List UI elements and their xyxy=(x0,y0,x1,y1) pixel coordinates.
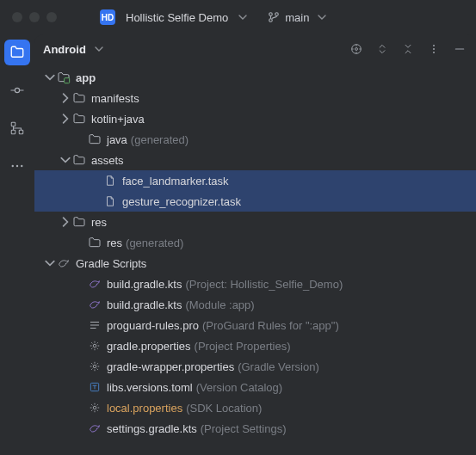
branch-name: main xyxy=(285,11,309,24)
tree-row[interactable]: gradle-wrapper.properties(Gradle Version… xyxy=(34,356,476,377)
svg-point-19 xyxy=(93,406,96,409)
panel-title[interactable]: Android xyxy=(43,43,86,56)
chevron-right-icon[interactable] xyxy=(59,93,72,103)
proguard-icon xyxy=(88,318,102,332)
svg-point-11 xyxy=(355,48,358,51)
chevron-down-icon[interactable] xyxy=(43,258,57,268)
svg-rect-5 xyxy=(11,130,15,134)
folder-icon xyxy=(72,91,86,105)
tree-row[interactable]: res(generated) xyxy=(34,232,476,253)
toml-icon xyxy=(88,380,102,394)
branch-selector[interactable]: main xyxy=(268,11,326,24)
tree-item-label: kotlin+java xyxy=(91,113,145,126)
chevron-down-icon[interactable] xyxy=(238,13,247,22)
structure-tool-button[interactable] xyxy=(4,115,30,141)
gear-icon xyxy=(88,360,102,373)
tree-item-label: face_landmarker.task xyxy=(122,175,229,188)
file-icon xyxy=(103,194,117,208)
traffic-close[interactable] xyxy=(12,12,22,22)
chevron-right-icon[interactable] xyxy=(59,217,72,227)
tree-item-label: settings.gradle.kts xyxy=(107,422,197,435)
chevron-right-icon[interactable] xyxy=(59,114,72,124)
folder-icon xyxy=(72,112,86,126)
chevron-down-icon[interactable] xyxy=(95,45,103,53)
tree-row[interactable]: build.gradle.kts(Module :app) xyxy=(34,294,476,315)
tree-item-label: res xyxy=(107,237,122,249)
tree-item-label: java xyxy=(107,133,127,146)
project-name[interactable]: Hollistic Selfie Demo xyxy=(126,11,228,24)
project-tree[interactable]: appmanifestskotlin+javajava(generated)as… xyxy=(34,64,476,455)
traffic-minimize[interactable] xyxy=(29,12,40,22)
tree-row[interactable]: app xyxy=(34,67,476,88)
tree-item-hint: (generated) xyxy=(126,237,183,249)
tree-row[interactable]: Gradle Scripts xyxy=(34,253,476,274)
svg-rect-6 xyxy=(19,130,23,134)
tree-item-hint: (Project Settings) xyxy=(201,422,287,435)
tree-item-label: Gradle Scripts xyxy=(76,257,146,270)
project-tool-button[interactable] xyxy=(4,40,30,65)
svg-point-1 xyxy=(269,19,273,22)
chevron-down-icon[interactable] xyxy=(59,155,72,165)
expand-all-icon[interactable] xyxy=(374,41,390,57)
main-shell: Android xyxy=(0,34,476,455)
more-tool-button[interactable] xyxy=(4,153,30,179)
module-icon xyxy=(57,71,71,84)
traffic-zoom[interactable] xyxy=(46,12,57,22)
tree-row[interactable]: gradle.properties(Project Properties) xyxy=(34,335,476,356)
select-opened-file-icon[interactable] xyxy=(349,41,364,57)
tree-item-hint: (Gradle Version) xyxy=(238,360,319,373)
commit-tool-button[interactable] xyxy=(4,77,30,103)
tree-row[interactable]: assets xyxy=(34,150,476,170)
tree-row[interactable]: java(generated) xyxy=(34,129,476,150)
panel-options-icon[interactable] xyxy=(426,41,442,57)
chevron-down-icon[interactable] xyxy=(43,72,57,83)
tree-row[interactable]: gesture_recognizer.task xyxy=(34,191,476,212)
tree-row[interactable]: kotlin+java xyxy=(34,108,476,129)
branch-icon xyxy=(268,11,280,23)
folder-icon xyxy=(72,153,86,167)
collapse-all-icon[interactable] xyxy=(400,41,416,57)
tree-item-hint: (Module :app) xyxy=(185,298,254,311)
svg-point-8 xyxy=(16,165,18,167)
folder-gen-icon xyxy=(88,132,102,146)
kts-icon xyxy=(88,277,102,291)
tree-item-label: res xyxy=(91,216,107,229)
svg-rect-15 xyxy=(65,78,70,83)
kts-icon xyxy=(88,298,102,311)
hide-panel-icon[interactable] xyxy=(452,41,467,57)
tree-row[interactable]: proguard-rules.pro(ProGuard Rules for ":… xyxy=(34,315,476,335)
panel-header: Android xyxy=(34,34,476,64)
chevron-down-icon xyxy=(318,13,326,22)
kts-icon xyxy=(88,421,102,435)
tree-item-label: local.properties xyxy=(107,402,182,415)
tree-item-label: libs.versions.toml xyxy=(107,381,193,394)
tree-row[interactable]: libs.versions.toml(Version Catalog) xyxy=(34,377,476,397)
tree-item-hint: (Project: Hollistic_Selfie_Demo) xyxy=(185,278,343,291)
svg-point-9 xyxy=(21,165,22,167)
tree-item-hint: (generated) xyxy=(131,133,189,146)
panel-actions xyxy=(349,41,467,57)
folder-res-icon xyxy=(72,215,86,229)
tree-row[interactable]: manifests xyxy=(34,88,476,108)
tree-item-hint: (Version Catalog) xyxy=(196,381,282,394)
tree-row[interactable]: settings.gradle.kts(Project Settings) xyxy=(34,418,476,439)
tree-item-label: gradle.properties xyxy=(107,340,191,353)
svg-point-0 xyxy=(269,13,273,16)
titlebar: HD Hollistic Selfie Demo main xyxy=(0,0,476,34)
tree-row[interactable]: build.gradle.kts(Project: Hollistic_Self… xyxy=(34,274,476,294)
gear-icon xyxy=(88,339,102,353)
svg-rect-4 xyxy=(11,122,15,126)
tree-row[interactable]: res xyxy=(34,212,476,232)
tree-row[interactable]: local.properties(SDK Location) xyxy=(34,397,476,418)
tree-item-hint: (Project Properties) xyxy=(195,340,291,353)
tree-item-label: gradle-wrapper.properties xyxy=(107,360,234,373)
project-panel: Android xyxy=(34,34,476,455)
window-traffic-lights xyxy=(12,12,57,22)
gear-icon xyxy=(88,401,102,415)
left-rail xyxy=(0,34,34,455)
tree-item-hint: (SDK Location) xyxy=(186,402,262,415)
svg-point-14 xyxy=(433,52,435,53)
gradle-icon xyxy=(57,256,71,270)
svg-point-17 xyxy=(93,365,96,368)
tree-row[interactable]: face_landmarker.task xyxy=(34,170,476,191)
